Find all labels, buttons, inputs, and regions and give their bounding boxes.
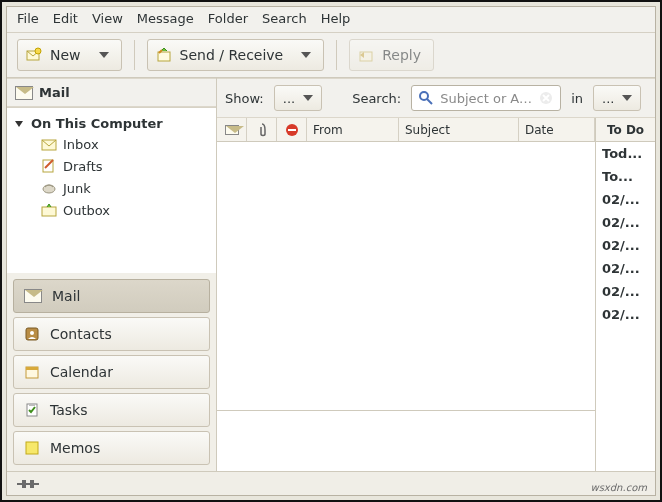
- svg-rect-14: [26, 442, 38, 454]
- col-attachment[interactable]: [247, 118, 277, 141]
- todo-item[interactable]: 02/...: [596, 303, 655, 326]
- folder-label: Inbox: [63, 137, 99, 152]
- new-button[interactable]: New: [17, 39, 122, 71]
- network-status-icon[interactable]: [17, 478, 39, 490]
- todo-item[interactable]: 02/...: [596, 211, 655, 234]
- todo-item[interactable]: 02/...: [596, 280, 655, 303]
- tree-root-label: On This Computer: [31, 116, 163, 131]
- toolbar-separator: [134, 40, 135, 70]
- menu-file[interactable]: File: [17, 11, 39, 26]
- menu-folder[interactable]: Folder: [208, 11, 248, 26]
- preview-pane: [217, 411, 595, 471]
- expander-icon[interactable]: [15, 121, 23, 127]
- svg-line-16: [427, 99, 432, 104]
- show-label: Show:: [225, 91, 264, 106]
- window-frame: File Edit View Message Folder Search Hel…: [0, 0, 662, 502]
- svg-rect-11: [26, 367, 38, 370]
- mail-icon: [15, 86, 33, 100]
- svg-point-1: [35, 48, 41, 54]
- folder-outbox[interactable]: Outbox: [13, 199, 212, 221]
- chevron-down-icon: [301, 52, 311, 58]
- module-calendar[interactable]: Calendar: [13, 355, 210, 389]
- drafts-icon: [41, 158, 57, 174]
- folder-tree[interactable]: On This Computer Inbox Drafts Junk Outbo…: [7, 107, 216, 273]
- module-contacts[interactable]: Contacts: [13, 317, 210, 351]
- menu-edit[interactable]: Edit: [53, 11, 78, 26]
- col-from[interactable]: From: [307, 118, 399, 141]
- show-dropdown[interactable]: ...: [274, 85, 322, 111]
- todo-item[interactable]: To...: [596, 165, 655, 188]
- main-area: Mail On This Computer Inbox Drafts Junk: [7, 78, 655, 471]
- new-mail-icon: [26, 47, 42, 63]
- col-date-label: Date: [525, 123, 554, 137]
- reply-button[interactable]: Reply: [349, 39, 434, 71]
- send-receive-icon: [156, 47, 172, 63]
- message-list[interactable]: [217, 142, 595, 411]
- app-window: File Edit View Message Folder Search Hel…: [6, 6, 656, 496]
- col-from-label: From: [313, 123, 343, 137]
- col-subject-label: Subject: [405, 123, 450, 137]
- module-mail[interactable]: Mail: [13, 279, 210, 313]
- tasks-icon: [24, 402, 40, 418]
- svg-point-15: [420, 92, 428, 100]
- chevron-down-icon: [99, 52, 109, 58]
- col-flag[interactable]: [277, 118, 307, 141]
- no-entry-icon: [285, 123, 299, 137]
- svg-rect-22: [30, 480, 34, 488]
- send-receive-button[interactable]: Send / Receive: [147, 39, 325, 71]
- envelope-icon: [225, 125, 239, 135]
- menu-message[interactable]: Message: [137, 11, 194, 26]
- svg-point-6: [43, 185, 55, 193]
- module-label: Calendar: [50, 364, 113, 380]
- search-placeholder: Subject or Ad...: [440, 91, 532, 106]
- memos-icon: [24, 440, 40, 456]
- col-status[interactable]: [217, 118, 247, 141]
- show-value: ...: [283, 91, 295, 106]
- folder-label: Drafts: [63, 159, 103, 174]
- todo-item[interactable]: 02/...: [596, 188, 655, 211]
- tree-root[interactable]: On This Computer: [13, 114, 212, 133]
- module-label: Contacts: [50, 326, 112, 342]
- sidebar-section-header[interactable]: Mail: [7, 78, 216, 107]
- toolbar-separator: [336, 40, 337, 70]
- in-value: ...: [602, 91, 614, 106]
- menu-help[interactable]: Help: [321, 11, 351, 26]
- col-subject[interactable]: Subject: [399, 118, 519, 141]
- module-tasks[interactable]: Tasks: [13, 393, 210, 427]
- message-area: Show: ... Search: Subject or Ad... in ..…: [217, 78, 655, 471]
- message-list-header: From Subject Date: [217, 118, 595, 142]
- svg-rect-7: [42, 207, 56, 216]
- todo-item[interactable]: 02/...: [596, 234, 655, 257]
- svg-point-9: [30, 331, 34, 335]
- folder-inbox[interactable]: Inbox: [13, 133, 212, 155]
- col-date[interactable]: Date: [519, 118, 595, 141]
- send-receive-label: Send / Receive: [180, 47, 284, 63]
- menu-search[interactable]: Search: [262, 11, 307, 26]
- module-switcher: Mail Contacts Calendar Tasks Memos: [7, 273, 216, 471]
- mail-icon: [24, 289, 42, 303]
- svg-rect-21: [22, 480, 26, 488]
- module-memos[interactable]: Memos: [13, 431, 210, 465]
- clear-icon[interactable]: [538, 90, 554, 106]
- filter-bar: Show: ... Search: Subject or Ad... in ..…: [217, 78, 655, 118]
- folder-junk[interactable]: Junk: [13, 177, 212, 199]
- svg-rect-19: [288, 129, 296, 131]
- search-input[interactable]: Subject or Ad...: [411, 85, 561, 111]
- in-dropdown[interactable]: ...: [593, 85, 641, 111]
- menu-view[interactable]: View: [92, 11, 123, 26]
- module-label: Mail: [52, 288, 80, 304]
- module-label: Tasks: [50, 402, 88, 418]
- folder-label: Junk: [63, 181, 91, 196]
- todo-item[interactable]: 02/...: [596, 257, 655, 280]
- chevron-down-icon: [622, 95, 632, 101]
- calendar-icon: [24, 364, 40, 380]
- svg-rect-13: [29, 403, 35, 406]
- folder-drafts[interactable]: Drafts: [13, 155, 212, 177]
- todo-item[interactable]: Tod...: [596, 142, 655, 165]
- todo-header[interactable]: To Do: [596, 118, 655, 142]
- module-label: Memos: [50, 440, 100, 456]
- attachment-icon: [256, 123, 268, 137]
- chevron-down-icon: [303, 95, 313, 101]
- sidebar: Mail On This Computer Inbox Drafts Junk: [7, 78, 217, 471]
- inbox-icon: [41, 136, 57, 152]
